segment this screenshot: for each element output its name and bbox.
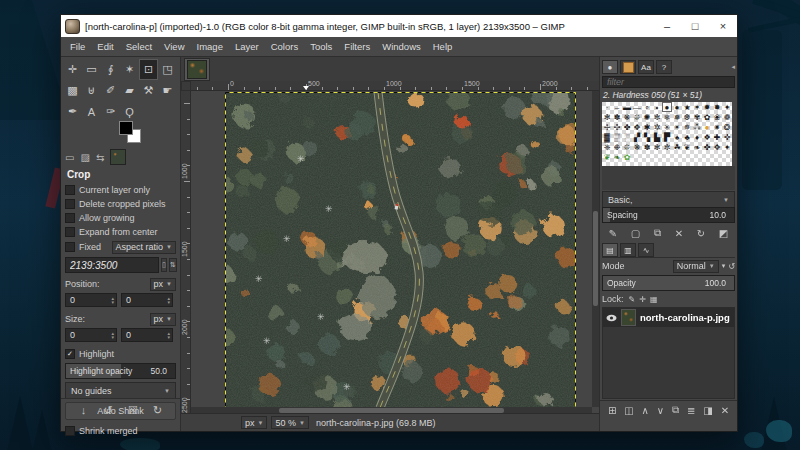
paths-tool-icon[interactable]: ✒ xyxy=(63,101,82,122)
menu-colors[interactable]: Colors xyxy=(265,39,304,54)
pattern-indicator-icon[interactable]: ▨ xyxy=(80,152,89,163)
lock-pixels-icon[interactable]: ✎ xyxy=(629,295,636,304)
delete-brush-button[interactable]: ✕ xyxy=(675,228,683,239)
reset-defaults-button[interactable]: ↻ xyxy=(149,404,167,417)
dock-menu-icon[interactable]: ◂ xyxy=(731,63,735,71)
brush-item[interactable]: ❂ xyxy=(722,122,732,132)
brushes-tab[interactable]: ● xyxy=(602,60,618,74)
brush-item[interactable]: ● xyxy=(662,102,672,112)
delete-cropped-pixels-checkbox[interactable] xyxy=(65,199,75,209)
brush-item[interactable]: ✦ xyxy=(722,102,732,112)
canvas-image[interactable]: ✳✳✳✳✳✳✳ xyxy=(225,92,576,408)
brush-item[interactable]: ▙ xyxy=(652,132,662,142)
canvas-viewport[interactable]: ✳✳✳✳✳✳✳ xyxy=(191,91,599,414)
swap-values-icon[interactable]: ⇅ xyxy=(169,258,177,272)
brush-item[interactable]: ❊ xyxy=(632,112,642,122)
opacity-slider[interactable]: Opacity 100.0 xyxy=(602,275,735,291)
current-layer-only-checkbox[interactable] xyxy=(65,185,75,195)
lock-position-icon[interactable]: ✛ xyxy=(639,295,646,304)
status-zoom-dropdown[interactable]: 50 %▼ xyxy=(271,416,308,429)
layers-tab[interactable]: ▤ xyxy=(602,243,618,257)
allow-growing-checkbox[interactable] xyxy=(65,213,75,223)
crop-tool-icon[interactable]: ⊡ xyxy=(139,59,158,80)
position-unit-dropdown[interactable]: px▼ xyxy=(150,278,176,291)
channels-tab[interactable]: ▥ xyxy=(620,243,636,257)
brush-item[interactable]: ✴ xyxy=(672,122,682,132)
brush-item[interactable]: ❊ xyxy=(622,142,632,152)
brush-item[interactable]: ✽ xyxy=(612,112,622,122)
brush-item[interactable]: ❧ xyxy=(612,152,622,162)
brush-item[interactable]: – xyxy=(612,102,622,112)
ruler-corner-menu[interactable] xyxy=(181,81,191,91)
add-mask-button[interactable]: ◨ xyxy=(703,405,712,416)
fonts-tab[interactable]: Aa xyxy=(638,60,654,74)
unified-transform-tool-icon[interactable]: ◳ xyxy=(158,59,177,80)
brush-item[interactable]: ▚ xyxy=(642,132,652,142)
brush-item[interactable]: ✥ xyxy=(712,142,722,152)
menu-help[interactable]: Help xyxy=(427,39,459,54)
restore-preset-button[interactable]: ↺ xyxy=(99,404,117,417)
brush-item[interactable]: ✹ xyxy=(702,102,712,112)
duplicate-brush-button[interactable]: ⧉ xyxy=(654,227,661,239)
brush-item[interactable]: ✷ xyxy=(712,122,722,132)
brush-item[interactable]: ✳ xyxy=(662,122,672,132)
bucket-fill-tool-icon[interactable]: ⊎ xyxy=(82,80,101,101)
brush-item[interactable]: ❦ xyxy=(602,152,612,162)
brush-item[interactable]: ✸ xyxy=(712,102,722,112)
lock-alpha-icon[interactable]: ▦ xyxy=(650,295,658,304)
menu-view[interactable]: View xyxy=(158,39,190,54)
brush-item[interactable]: ● xyxy=(702,122,712,132)
document-history-tab[interactable]: ? xyxy=(656,60,672,74)
portrait-toggle-icon[interactable]: ▯ xyxy=(161,258,167,272)
delete-preset-button[interactable]: ☒ xyxy=(124,404,142,417)
brush-item[interactable]: ❀ xyxy=(712,112,722,122)
brush-item[interactable]: • xyxy=(652,102,662,112)
brush-item[interactable]: ✵ xyxy=(682,122,692,132)
menu-layer[interactable]: Layer xyxy=(229,39,265,54)
brush-item[interactable]: ✱ xyxy=(642,122,652,132)
maximize-button[interactable]: □ xyxy=(681,15,709,37)
size-unit-dropdown[interactable]: px▼ xyxy=(150,313,176,326)
menu-windows[interactable]: Windows xyxy=(376,39,427,54)
menu-file[interactable]: File xyxy=(64,39,91,54)
guides-dropdown[interactable]: No guides▼ xyxy=(65,382,176,399)
brush-item[interactable]: ✽ xyxy=(642,142,652,152)
brush-item[interactable]: ♠ xyxy=(672,132,682,142)
edit-brush-button[interactable]: ✎ xyxy=(609,228,617,239)
rectangle-select-tool-icon[interactable]: ▭ xyxy=(82,59,101,80)
brush-filter-input[interactable] xyxy=(602,76,735,88)
fixed-mode-dropdown[interactable]: Aspect ratio▼ xyxy=(112,241,176,254)
minimize-button[interactable]: – xyxy=(653,15,681,37)
brush-item[interactable]: ▛ xyxy=(662,132,672,142)
lower-layer-button[interactable]: ∨ xyxy=(657,405,664,416)
delete-layer-button[interactable]: ✕ xyxy=(721,405,729,416)
brush-item[interactable]: ❅ xyxy=(672,112,682,122)
brush-item[interactable]: ✻ xyxy=(602,112,612,122)
paths-tab[interactable]: ∿ xyxy=(638,243,654,257)
brush-item[interactable]: ❦ xyxy=(682,142,692,152)
move-tool-icon[interactable]: ✛ xyxy=(63,59,82,80)
fixed-checkbox[interactable] xyxy=(65,242,75,252)
mode-switch-icon[interactable]: ↺ xyxy=(728,262,735,271)
layer-row[interactable]: north-carolina-p.jpg xyxy=(603,308,734,327)
merge-layer-button[interactable]: ≣ xyxy=(687,405,695,416)
zoom-tool-icon[interactable]: Ϙ xyxy=(120,101,139,122)
ink-tool-icon[interactable]: ✑ xyxy=(101,101,120,122)
brush-item[interactable]: ❈ xyxy=(602,142,612,152)
active-image-thumbnail[interactable] xyxy=(110,149,126,165)
brush-item[interactable]: ♦ xyxy=(692,132,702,142)
mode-dropdown[interactable]: Normal▼ xyxy=(673,260,719,273)
brush-item[interactable]: ❁ xyxy=(722,112,732,122)
brush-item[interactable]: ▬ xyxy=(622,102,632,112)
brush-item[interactable]: ✜ xyxy=(722,132,732,142)
highlight-opacity-slider[interactable]: Highlight opacity 50.0 xyxy=(65,363,176,379)
status-unit-dropdown[interactable]: px▼ xyxy=(241,416,267,429)
brush-item[interactable]: ♣ xyxy=(682,132,692,142)
brush-item[interactable]: ❋ xyxy=(622,112,632,122)
brush-item[interactable]: ✺ xyxy=(642,112,652,122)
close-button[interactable]: × xyxy=(709,15,737,37)
brush-item[interactable]: ✤ xyxy=(622,122,632,132)
free-select-tool-icon[interactable]: ∮ xyxy=(101,59,120,80)
brush-item[interactable]: ✼ xyxy=(662,142,672,152)
brush-item[interactable]: ✦ xyxy=(722,142,732,152)
